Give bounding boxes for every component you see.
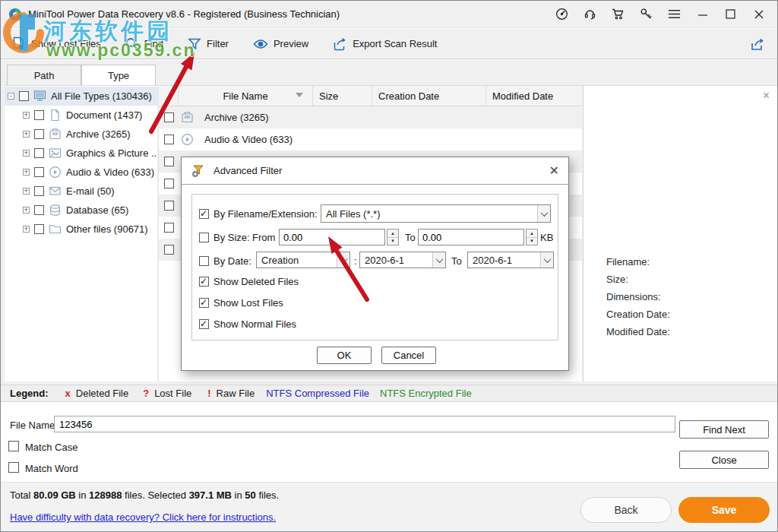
tree-item-graphics-picture[interactable]: + Graphics & Picture ... (5, 144, 157, 163)
checkbox[interactable] (34, 224, 44, 234)
checkbox[interactable] (164, 223, 174, 233)
expand-icon[interactable]: + (23, 150, 30, 157)
checkbox[interactable] (164, 157, 174, 166)
checkbox[interactable] (34, 148, 44, 158)
computer-icon (33, 90, 46, 103)
filter-options-group: By Filename/Extension: All Files (*.*) B… (191, 194, 558, 340)
detail-label-size: Size: (606, 274, 670, 285)
spin-up-icon[interactable]: ▲ (527, 230, 537, 238)
expand-icon[interactable]: + (23, 207, 30, 214)
show-lost-checkbox[interactable] (199, 298, 209, 308)
minimize-icon[interactable] (696, 8, 709, 21)
help-link[interactable]: Have difficulty with data recovery? Clic… (10, 511, 276, 523)
column-file-name[interactable]: File Name (179, 86, 313, 106)
expand-icon[interactable]: + (23, 131, 30, 138)
show-deleted-checkbox[interactable] (199, 277, 209, 287)
size-from-input[interactable] (279, 229, 385, 245)
column-modified-date[interactable]: Modified Date (486, 86, 582, 106)
column-size[interactable]: Size (313, 86, 372, 106)
find-icon (125, 37, 139, 51)
checkbox[interactable] (34, 205, 44, 215)
column-label: Size (319, 90, 338, 102)
expand-icon[interactable]: + (23, 188, 30, 195)
date-field-dropdown[interactable]: Creation (256, 252, 350, 268)
performance-booster-icon[interactable] (555, 8, 568, 21)
filter-button[interactable]: Filter (188, 37, 229, 51)
tab-type[interactable]: Type (81, 65, 156, 86)
by-date-checkbox[interactable] (199, 256, 209, 266)
back-button[interactable]: Back (580, 497, 672, 523)
archive-icon (49, 128, 62, 141)
checkbox[interactable] (164, 135, 174, 144)
menu-icon[interactable] (668, 8, 681, 21)
collapse-icon[interactable]: - (8, 93, 14, 100)
checkbox[interactable] (34, 129, 44, 139)
show-normal-checkbox[interactable] (199, 319, 209, 329)
date-to-value: 2020-6-1 (468, 252, 540, 268)
checkbox[interactable] (164, 201, 174, 211)
audio-video-icon (49, 166, 62, 179)
size-from-stepper[interactable]: ▲▼ (387, 229, 399, 245)
license-key-icon[interactable] (640, 8, 653, 21)
expand-icon[interactable]: + (23, 169, 30, 176)
tree-item-other-files[interactable]: + Other files (90671) (5, 220, 157, 239)
checkbox[interactable] (164, 179, 174, 188)
file-name-input[interactable] (54, 416, 675, 432)
checkbox[interactable] (164, 112, 174, 122)
by-date-label: By Date: (213, 252, 251, 270)
ok-button[interactable]: OK (317, 347, 372, 364)
by-size-row: By Size: From ▲▼ To ▲▼ KB (192, 228, 558, 246)
by-filename-checkbox[interactable] (199, 209, 209, 219)
dialog-close-icon[interactable]: ✕ (549, 163, 559, 178)
expand-icon[interactable]: + (23, 112, 30, 119)
export-scan-result-button[interactable]: Export Scan Result (333, 36, 437, 51)
legend-bar: Legend: x Deleted File ? Lost File ! Raw… (1, 385, 777, 402)
tree-item-archive[interactable]: + Archive (3265) (5, 125, 157, 144)
tree-item-database[interactable]: + Database (65) (5, 201, 157, 220)
toolbar: Show Lost Files Find Filter Preview Expo… (1, 29, 777, 59)
show-lost-files-button[interactable]: Show Lost Files (11, 36, 101, 51)
match-case-checkbox[interactable] (8, 441, 19, 451)
find-next-button[interactable]: Find Next (679, 420, 769, 439)
tree-item-email[interactable]: + E-mail (50) (5, 182, 157, 201)
checkbox[interactable] (19, 91, 29, 101)
preview-button[interactable]: Preview (253, 38, 308, 50)
by-size-checkbox[interactable] (199, 233, 209, 242)
date-to-dropdown[interactable]: 2020-6-1 (467, 252, 554, 268)
cart-icon[interactable] (612, 8, 625, 21)
cancel-button[interactable]: Cancel (381, 347, 436, 364)
match-word-checkbox[interactable] (8, 462, 19, 473)
tree-item-label: E-mail (50) (66, 185, 115, 197)
date-from-dropdown[interactable]: 2020-6-1 (359, 252, 446, 268)
checkbox[interactable] (34, 186, 44, 196)
close-button[interactable]: Close (679, 451, 769, 469)
save-button[interactable]: Save (678, 497, 770, 523)
table-row[interactable]: Archive (3265) (159, 106, 582, 128)
tree-item-audio-video[interactable]: + Audio & Video (633) (5, 163, 157, 182)
find-button[interactable]: Find (125, 37, 163, 51)
spin-down-icon[interactable]: ▼ (387, 238, 398, 245)
spin-up-icon[interactable]: ▲ (387, 230, 398, 238)
column-label: Modified Date (492, 90, 553, 102)
filename-filter-dropdown[interactable]: All Files (*.*) (321, 204, 551, 223)
size-to-input[interactable] (418, 229, 524, 245)
maximize-icon[interactable] (724, 8, 737, 21)
expand-icon[interactable]: + (23, 226, 30, 233)
table-row[interactable]: Audio & Video (633) (159, 128, 582, 150)
support-headset-icon[interactable] (584, 8, 596, 21)
checkbox[interactable] (34, 110, 44, 120)
checkbox[interactable] (34, 167, 44, 177)
tab-path[interactable]: Path (7, 65, 81, 86)
picture-icon (49, 147, 62, 160)
tree-item-document[interactable]: + Document (1437) (5, 106, 157, 125)
share-button[interactable] (750, 36, 765, 52)
checkbox[interactable] (164, 245, 174, 255)
close-icon[interactable] (752, 8, 765, 21)
tree-item-all-file-types[interactable]: - All File Types (130436) (5, 87, 157, 106)
size-to-stepper[interactable]: ▲▼ (526, 229, 538, 245)
close-panel-icon[interactable]: × (763, 90, 770, 102)
legend-deleted-file: x Deleted File (65, 388, 129, 399)
legend-ntfs-compressed: NTFS Compressed File (266, 388, 369, 399)
column-creation-date[interactable]: Creation Date (372, 86, 486, 106)
spin-down-icon[interactable]: ▼ (527, 238, 537, 245)
